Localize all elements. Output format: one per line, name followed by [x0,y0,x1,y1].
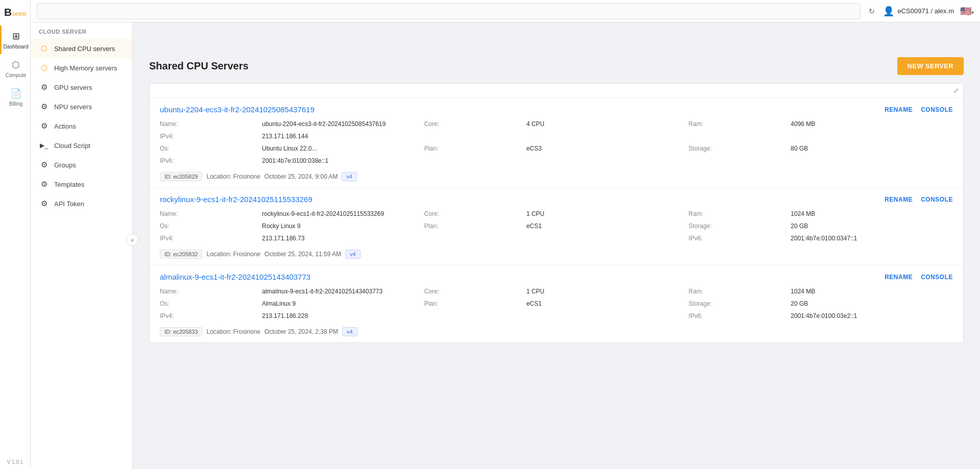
server-2-ram-label: Ram: [688,209,791,219]
server-2-location: Location: Frosinone [206,251,260,258]
server-3-console-button[interactable]: CONSOLE [921,274,953,281]
server-3-os-value: AlmaLinux 9 [262,299,424,309]
server-1-console-button[interactable]: CONSOLE [921,106,953,113]
server-2-id-value: ec205832 [173,251,198,257]
server-1-location: Location: Frosinone [206,173,260,180]
sidebar-collapse-button[interactable]: « [126,234,138,246]
server-1-plan-label: Plan: [424,143,527,154]
server-2-name-value: rockylinux-9-ecs1-it-fr2-202410251155332… [262,209,424,219]
expand-icon[interactable]: ⤢ [953,87,959,94]
app-version: V 1.0.1 [3,455,28,469]
search-input[interactable] [37,3,861,19]
server-1-details: Name: ubuntu-2204-ecs3-it-fr2-2024102508… [150,117,963,170]
server-1-core-label: Core: [424,119,527,129]
server-3-location: Location: Frosinone [206,328,260,335]
nav-billing[interactable]: 📄 Billing [0,83,31,111]
server-2-ipv6-value: 2001:4b7e:0100:0347::1 [791,233,953,243]
sidebar-item-actions[interactable]: ⚙ Actions [31,116,132,136]
server-3-rename-button[interactable]: RENAME [885,274,913,281]
server-1-id-value: ec205829 [173,174,198,180]
server-1-name-label: Name: [160,119,262,129]
sidebar-item-api-token[interactable]: ⚙ API Token [31,194,132,213]
refresh-button[interactable]: ↻ [865,4,879,18]
server-card-3: almalinux-9-ecs1-it-fr2-2024102514340377… [150,265,963,342]
server-card-2: rockylinux-9-ecs1-it-fr2-202410251155332… [150,188,963,265]
server-3-name-link[interactable]: almalinux-9-ecs1-it-fr2-2024102514340377… [160,273,310,281]
svg-text:B: B [4,6,12,18]
language-selector[interactable]: 🇺🇸▾ [960,6,974,17]
server-1-ram-value: 4096 MB [791,119,953,129]
nav-compute[interactable]: ⬡ Compute [0,54,31,83]
server-1-header: ubuntu-2204-ecs3-it-fr2-2024102508543761… [150,98,963,117]
sidebar-actions-label: Actions [54,122,76,130]
server-2-date: October 25, 2024, 11:59 AM [265,251,341,258]
sidebar-cloud-script-label: Cloud Script [54,142,90,150]
server-list: ⤢ ubuntu-2204-ecs3-it-fr2-20241025085437… [149,83,964,343]
server-2-os-label: Os: [160,221,262,231]
billing-icon: 📄 [10,88,21,99]
sidebar-item-shared-cpu[interactable]: ⬡ Shared CPU servers [31,39,132,58]
shared-cpu-icon: ⬡ [39,43,49,54]
server-1-id-label: ID: [164,174,172,180]
chevron-down-icon: ▾ [971,10,974,15]
sidebar-item-gpu[interactable]: ⚙ GPU servers [31,78,132,97]
gpu-icon: ⚙ [39,82,49,92]
sidebar-item-npu[interactable]: ⚙ NPU servers [31,97,132,116]
server-1-date: October 25, 2024, 9:00 AM [265,173,338,180]
server-2-plan-label: Plan: [424,221,527,231]
server-3-name-value: almalinux-9-ecs1-it-fr2-2024102514340377… [262,286,424,297]
page-header: Shared CPU Servers NEW SERVER [149,57,964,75]
server-3-id-label: ID: [164,329,172,335]
server-2-console-button[interactable]: CONSOLE [921,196,953,203]
sidebar-shared-cpu-label: Shared CPU servers [54,45,115,53]
sidebar-section-label: CLOUD SERVER [31,22,132,39]
groups-icon: ⚙ [39,160,49,170]
main-content: Shared CPU Servers NEW SERVER ⤢ ubuntu-2… [133,45,980,469]
sidebar-item-templates[interactable]: ⚙ Templates [31,175,132,194]
server-2-ipv6-label: IPv6: [688,233,791,243]
server-2-os-value: Rocky Linux 9 [262,221,424,231]
server-1-id-badge: ID: ec205829 [160,172,202,181]
server-1-actions: RENAME CONSOLE [885,106,953,113]
user-menu[interactable]: 👤 eCS00971 / alex.m [883,6,954,17]
server-1-ipv4-label: IPv4: [160,131,262,141]
sidebar-gpu-label: GPU servers [54,84,92,91]
server-3-core-value: 1 CPU [527,286,689,297]
server-2-version: v4 [345,250,361,259]
server-3-storage-label: Storage: [688,299,791,309]
server-1-rename-button[interactable]: RENAME [885,106,913,113]
sidebar-high-memory-label: High Memory servers [54,64,117,72]
server-2-storage-value: 20 GB [791,221,953,231]
server-3-ram-value: 1024 MB [791,286,953,297]
compute-icon: ⬡ [12,59,20,70]
server-3-meta: ID: ec205833 Location: Frosinone October… [150,325,963,342]
new-server-button[interactable]: NEW SERVER [897,57,964,75]
sidebar-item-cloud-script[interactable]: ▶_ Cloud Script [31,136,132,155]
nav-dashboard[interactable]: ⊞ Dashboard [0,26,31,54]
server-3-id-value: ec205833 [173,329,198,335]
server-3-plan-label: Plan: [424,299,527,309]
server-1-ram-label: Ram: [688,119,791,129]
npu-icon: ⚙ [39,102,49,112]
server-1-ipv6-value: 2001:4b7e:0100:038e::1 [262,156,424,166]
server-2-name-link[interactable]: rockylinux-9-ecs1-it-fr2-202410251155332… [160,195,313,204]
nav-billing-label: Billing [9,101,23,107]
logo: B seeweb [0,0,31,26]
server-3-ipv6-value: 2001:4b7e:0100:03e2::1 [791,311,953,321]
server-3-ipv4-label: IPv4: [160,311,262,321]
server-1-name-link[interactable]: ubuntu-2204-ecs3-it-fr2-2024102508543761… [160,105,315,114]
sidebar-item-high-memory[interactable]: ⬡ High Memory servers [31,58,132,78]
server-1-storage-value: 80 GB [791,143,953,154]
server-3-ram-label: Ram: [688,286,791,297]
server-2-core-value: 1 CPU [527,209,689,219]
layout-wrapper: CLOUD SERVER ⬡ Shared CPU servers ⬡ High… [31,22,980,469]
server-3-storage-value: 20 GB [791,299,953,309]
server-2-storage-label: Storage: [688,221,791,231]
server-card-1: ubuntu-2204-ecs3-it-fr2-2024102508543761… [150,98,963,188]
server-2-rename-button[interactable]: RENAME [885,196,913,203]
sidebar-item-groups[interactable]: ⚙ Groups [31,155,132,175]
sidebar: CLOUD SERVER ⬡ Shared CPU servers ⬡ High… [31,22,133,469]
templates-icon: ⚙ [39,179,49,189]
server-3-core-label: Core: [424,286,527,297]
server-2-id-label: ID: [164,251,172,257]
